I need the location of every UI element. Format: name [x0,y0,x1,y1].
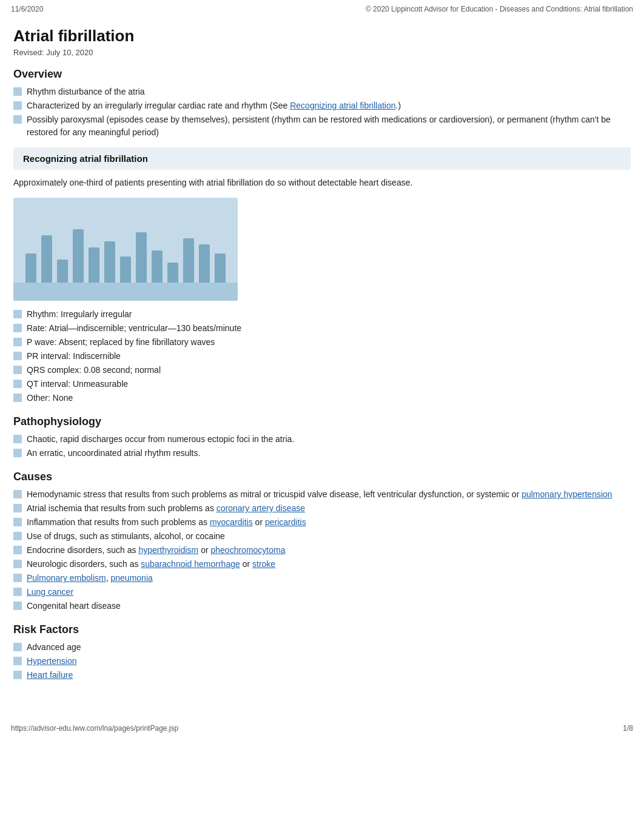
ecg-qrs: QRS complex: 0.08 second; normal [27,364,161,377]
bullet-icon [13,588,22,596]
ecg-bar [136,232,147,290]
pulmonary-hypertension-link[interactable]: pulmonary hypertension [522,489,612,499]
ecg-other: Other: None [27,392,73,404]
risk-factors-section: Risk Factors Advanced age Hypertension H… [13,623,631,682]
recognizing-box: Recognizing atrial fibrillation [13,147,631,170]
list-item: Hemodynamic stress that results from suc… [13,488,631,501]
bullet-icon [13,310,22,318]
cause-9: Congenital heart disease [27,600,121,612]
risk-factors-heading: Risk Factors [13,623,631,636]
bullet-icon [13,449,22,457]
ecg-image [13,198,238,301]
pericarditis-link[interactable]: pericarditis [265,517,306,527]
list-item: Chaotic, rapid discharges occur from num… [13,433,631,446]
top-bar: 11/6/2020 © 2020 Lippincott Advisor for … [0,0,644,18]
list-item: P wave: Absent; replaced by fine fibrill… [13,336,631,349]
bullet-icon [13,115,22,124]
list-item: Possibly paroxysmal (episodes cease by t… [13,113,631,139]
list-item: Other: None [13,392,631,404]
ecg-rate: Rate: Atrial—indiscernible; ventricular—… [27,322,241,335]
list-item: Neurologic disorders, such as subarachno… [13,558,631,571]
ecg-pwave: P wave: Absent; replaced by fine fibrill… [27,336,215,349]
cause-8: Lung cancer [27,586,73,599]
cause-6: Neurologic disorders, such as subarachno… [27,558,275,571]
pulmonary-embolism-link[interactable]: Pulmonary embolism [27,573,106,583]
bullet-icon [13,657,22,665]
pathophysiology-section: Pathophysiology Chaotic, rapid discharge… [13,415,631,460]
bullet-icon [13,574,22,582]
list-item: Rate: Atrial—indiscernible; ventricular—… [13,322,631,335]
bullet-icon [13,380,22,388]
ecg-bottom-shade [13,283,238,301]
list-item: PR interval: Indiscernible [13,350,631,363]
bullet-icon [13,643,22,651]
list-item: Advanced age [13,641,631,654]
top-title: © 2020 Lippincott Advisor for Education … [366,5,633,13]
pheochromocytoma-link[interactable]: pheochromocytoma [211,545,286,555]
bullet-icon [13,671,22,679]
pathophysiology-heading: Pathophysiology [13,415,631,428]
bullet-icon [13,435,22,443]
bullet-icon [13,101,22,110]
hypertension-link[interactable]: Hypertension [27,656,77,666]
list-item: Heart failure [13,669,631,682]
cause-1: Hemodynamic stress that results from suc… [27,488,612,501]
top-date: 11/6/2020 [11,5,43,13]
pathophysiology-list: Chaotic, rapid discharges occur from num… [13,433,631,460]
overview-bullet-2: Characterized by an irregularly irregula… [27,99,401,112]
stroke-link[interactable]: stroke [252,559,275,569]
bullet-icon [13,546,22,554]
list-item: Lung cancer [13,586,631,599]
recognizing-link[interactable]: Recognizing atrial fibrillation [290,101,395,110]
pneumonia-link[interactable]: pneumonia [111,573,153,583]
bottom-bar: https://advisor-edu.lww.com/lna/pages/pr… [0,719,644,737]
overview-heading: Overview [13,68,631,81]
recognizing-intro: Approximately one-third of patients pres… [13,176,631,189]
ecg-details-list: Rhythm: Irregularly irregular Rate: Atri… [13,308,631,404]
myocarditis-link[interactable]: myocarditis [210,517,253,527]
cause-7: Pulmonary embolism, pneumonia [27,572,153,585]
list-item: Endocrine disorders, such as hyperthyroi… [13,544,631,557]
bullet-icon [13,518,22,526]
risk-2: Hypertension [27,655,77,668]
bottom-page: 1/8 [623,724,633,733]
list-item: Rhythm disturbance of the atria [13,86,631,98]
overview-bullet-1: Rhythm disturbance of the atria [27,86,145,98]
overview-list: Rhythm disturbance of the atria Characte… [13,86,631,139]
page-title: Atrial fibrillation [13,27,631,45]
hyperthyroidism-link[interactable]: hyperthyroidism [138,545,198,555]
list-item: Congenital heart disease [13,600,631,612]
patho-bullet-1: Chaotic, rapid discharges occur from num… [27,433,294,446]
bullet-icon [13,338,22,346]
heart-failure-link[interactable]: Heart failure [27,670,73,680]
overview-bullet-3: Possibly paroxysmal (episodes cease by t… [27,113,631,139]
ecg-bar [41,235,52,290]
bullet-icon [13,490,22,498]
bullet-icon [13,352,22,360]
ecg-visual [13,217,238,290]
bullet-icon [13,504,22,512]
bottom-url: https://advisor-edu.lww.com/lna/pages/pr… [11,724,178,733]
causes-list: Hemodynamic stress that results from suc… [13,488,631,612]
coronary-artery-disease-link[interactable]: coronary artery disease [216,503,305,513]
lung-cancer-link[interactable]: Lung cancer [27,587,73,597]
cause-4: Use of drugs, such as stimulants, alcoho… [27,530,225,543]
bullet-icon [13,394,22,402]
revised-date: Revised: July 10, 2020 [13,48,631,57]
cause-3: Inflammation that results from such prob… [27,516,306,529]
risk-factors-list: Advanced age Hypertension Heart failure [13,641,631,682]
subarachnoid-link[interactable]: subarachnoid hemorrhage [141,559,240,569]
list-item: An erratic, uncoordinated atrial rhythm … [13,447,631,460]
recognizing-box-heading: Recognizing atrial fibrillation [23,153,621,164]
bullet-icon [13,366,22,374]
list-item: Atrial ischemia that results from such p… [13,502,631,515]
risk-1: Advanced age [27,641,81,654]
bullet-icon [13,87,22,96]
patho-bullet-2: An erratic, uncoordinated atrial rhythm … [27,447,200,460]
ecg-bar [73,229,84,290]
list-item: Hypertension [13,655,631,668]
bullet-icon [13,602,22,610]
list-item: Inflammation that results from such prob… [13,516,631,529]
list-item: Rhythm: Irregularly irregular [13,308,631,321]
bullet-icon [13,324,22,332]
